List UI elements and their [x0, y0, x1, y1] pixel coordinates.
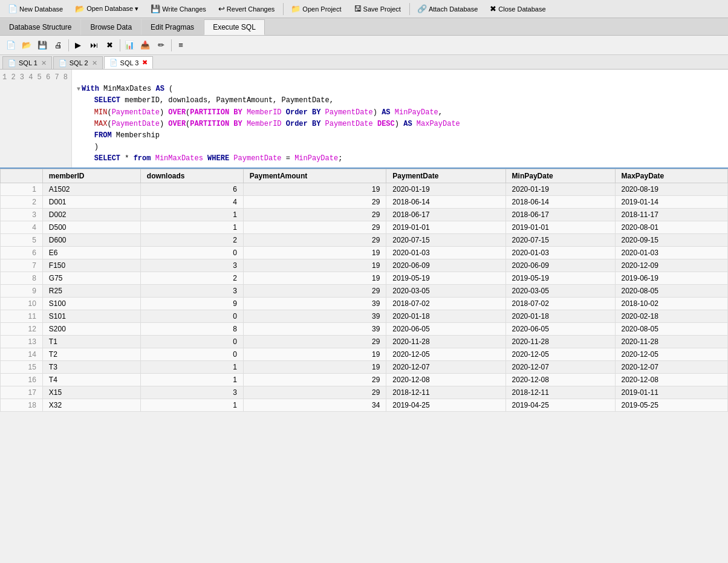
cell-maxpaydate: 2020-02-18	[615, 310, 728, 322]
code-line-3: SELECT memberID, downloads, PaymentAmoun…	[77, 96, 334, 105]
results-pane: memberIDdownloadsPaymentAmountPaymentDat…	[0, 169, 728, 562]
cell-minpaydate: 2018-06-14	[505, 195, 615, 208]
stop-icon[interactable]: ⏭	[86, 38, 101, 53]
cell-downloads: 8	[140, 322, 243, 335]
cell-downloads: 3	[140, 284, 243, 297]
code-line-6: FROM Membership	[77, 131, 160, 140]
cell-minpaydate: 2020-11-28	[505, 335, 615, 348]
main-tab-edit-pragmas[interactable]: Edit Pragmas	[141, 19, 203, 35]
cell-paymentdate: 2020-01-19	[386, 183, 505, 195]
cell-paymentdate: 2018-06-14	[386, 195, 505, 208]
table-row: 13T10292020-11-282020-11-282020-11-28	[1, 335, 728, 348]
cell-maxpaydate: 2020-12-08	[615, 373, 728, 386]
table-row: 4D5001292019-01-012019-01-012020-08-01	[1, 221, 728, 233]
revert-changes-btn[interactable]: ↩Revert Changes	[213, 2, 281, 15]
sql-editor: 1 2 3 4 5 6 7 8 ▼With MinMaxDates AS ( S…	[0, 70, 728, 169]
cell-paymentdate: 2018-07-02	[386, 297, 505, 310]
cell-minpaydate: 2020-01-18	[505, 310, 615, 322]
sql-tab-close[interactable]: ✕	[41, 59, 47, 67]
comment-icon[interactable]: ≡	[174, 38, 188, 53]
cell-downloads: 1	[140, 360, 243, 373]
save-sql-icon[interactable]: 💾	[35, 38, 50, 53]
cell-paymentamount: 19	[243, 272, 386, 284]
run-icon[interactable]: ▶	[71, 38, 85, 53]
cell-paymentamount: 19	[243, 259, 386, 272]
import-icon[interactable]: 📥	[138, 38, 152, 53]
code-area[interactable]: ▼With MinMaxDates AS ( SELECT memberID, …	[72, 70, 728, 168]
row-number: 11	[1, 310, 43, 322]
cell-minpaydate: 2018-12-11	[505, 386, 615, 399]
col-header-memberid: memberID	[42, 169, 140, 183]
open-project-btn[interactable]: 📁Open Project	[285, 2, 346, 15]
new-database-btn[interactable]: 📄New Database	[2, 2, 68, 15]
cell-paymentdate: 2019-04-25	[386, 399, 505, 411]
cell-maxpaydate: 2020-09-15	[615, 233, 728, 246]
cell-memberid: T2	[42, 348, 140, 360]
save-project-btn[interactable]: 🖫Save Project	[348, 2, 406, 15]
row-number: 12	[1, 322, 43, 335]
clear-icon[interactable]: ✖	[102, 38, 117, 53]
cell-paymentdate: 2020-01-18	[386, 310, 505, 322]
new-sql-icon[interactable]: 📄	[4, 38, 18, 53]
open-database-btn-icon: 📂	[75, 4, 85, 13]
cell-maxpaydate: 2020-08-19	[615, 183, 728, 195]
cell-maxpaydate: 2020-01-03	[615, 246, 728, 259]
cell-maxpaydate: 2019-05-25	[615, 399, 728, 411]
cell-downloads: 3	[140, 386, 243, 399]
sql-tab-sql-2[interactable]: 📄SQL 2✕	[53, 56, 103, 69]
cell-memberid: D500	[42, 221, 140, 233]
cell-memberid: A1502	[42, 183, 140, 195]
sql-tab-sql-3[interactable]: 📄SQL 3✖	[104, 56, 154, 69]
export-icon[interactable]: 📊	[122, 38, 137, 53]
icon-toolbar: 📄📂💾🖨▶⏭✖📊📥✏≡	[0, 36, 728, 55]
write-changes-btn[interactable]: 💾Write Changes	[145, 2, 212, 15]
cell-paymentamount: 29	[243, 335, 386, 348]
cell-paymentamount: 19	[243, 348, 386, 360]
cell-minpaydate: 2018-06-17	[505, 208, 615, 221]
close-database-btn-icon: ✖	[490, 4, 496, 13]
cell-minpaydate: 2019-01-01	[505, 221, 615, 233]
sql-tab-sql-1[interactable]: 📄SQL 1✕	[2, 56, 52, 69]
cell-memberid: F150	[42, 259, 140, 272]
cell-downloads: 6	[140, 183, 243, 195]
sql-file-icon: 📄	[109, 59, 118, 67]
cell-paymentdate: 2020-07-15	[386, 233, 505, 246]
results-table: memberIDdownloadsPaymentAmountPaymentDat…	[0, 169, 728, 412]
icon-separator-4	[68, 39, 69, 51]
cell-paymentdate: 2019-01-01	[386, 221, 505, 233]
cell-downloads: 2	[140, 272, 243, 284]
row-number: 5	[1, 233, 43, 246]
save-project-btn-icon: 🖫	[354, 4, 362, 13]
main-tabs: Database StructureBrowse DataEdit Pragma…	[0, 18, 728, 36]
open-database-btn[interactable]: 📂Open Database ▾	[70, 2, 144, 15]
print-sql-icon[interactable]: 🖨	[51, 38, 65, 53]
main-toolbar: 📄New Database📂Open Database ▾💾Write Chan…	[0, 0, 728, 18]
cell-memberid: G75	[42, 272, 140, 284]
main-tab-browse-data[interactable]: Browse Data	[81, 19, 141, 35]
code-line-5: MAX(PaymentDate) OVER(PARTITION BY Membe…	[77, 120, 460, 128]
cell-paymentdate: 2020-12-07	[386, 360, 505, 373]
main-tab-database-structure[interactable]: Database Structure	[0, 19, 80, 35]
cell-paymentdate: 2020-12-08	[386, 373, 505, 386]
open-sql-icon[interactable]: 📂	[19, 38, 34, 53]
cell-downloads: 0	[140, 310, 243, 322]
cell-memberid: R25	[42, 284, 140, 297]
cell-downloads: 1	[140, 208, 243, 221]
table-row: 12S2008392020-06-052020-06-052020-08-05	[1, 322, 728, 335]
main-tab-execute-sql[interactable]: Execute SQL	[204, 19, 265, 35]
cell-memberid: T3	[42, 360, 140, 373]
row-number: 7	[1, 259, 43, 272]
sql-tab-close[interactable]: ✕	[92, 59, 97, 67]
cell-paymentamount: 19	[243, 360, 386, 373]
close-database-btn[interactable]: ✖Close Database	[484, 2, 551, 15]
cell-minpaydate: 2020-12-07	[505, 360, 615, 373]
edit-icon[interactable]: ✏	[154, 38, 168, 53]
cell-maxpaydate: 2018-11-17	[615, 208, 728, 221]
cell-paymentamount: 29	[243, 386, 386, 399]
col-header-paymentamount: PaymentAmount	[243, 169, 386, 183]
cell-paymentdate: 2020-06-09	[386, 259, 505, 272]
attach-database-btn[interactable]: 🔗Attach Database	[412, 2, 483, 15]
toolbar-separator	[409, 3, 410, 15]
sql-tab-close[interactable]: ✖	[142, 59, 148, 67]
row-number: 6	[1, 246, 43, 259]
